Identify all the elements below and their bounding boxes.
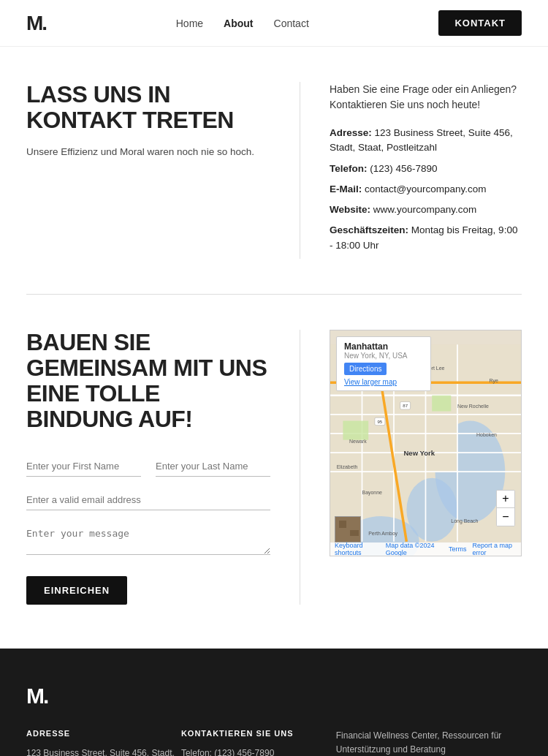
terms-link[interactable]: Terms: [449, 545, 467, 553]
website-item: Website: www.yourcompany.com: [330, 203, 522, 217]
map-zoom-controls: + −: [496, 490, 515, 526]
footer-contact-col: KONTAKTIEREN SIE UNS Telefon: (123) 456-…: [181, 729, 336, 757]
address-label: Adresse:: [330, 127, 372, 138]
map-bottom-bar: Keyboard shortcuts Map data ©2024 Google…: [330, 543, 521, 556]
main-content: LASS UNS IN KONTAKT TRETEN Unsere Effizi…: [0, 47, 548, 649]
form-map-section: BAUEN SIE GEMEINSAM MIT UNS EINE TOLLE B…: [26, 295, 522, 649]
hours-label: Geschäftszeiten:: [330, 224, 408, 235]
map-place-name: Manhattan: [344, 341, 423, 352]
last-name-field: [156, 456, 270, 477]
footer: M. ADRESSE 123 Business Street, Suite 45…: [0, 649, 548, 757]
hours-item: Geschäftszeiten: Montag bis Freitag, 9:0…: [330, 223, 522, 253]
logo[interactable]: M.: [26, 13, 46, 34]
name-row: [26, 456, 270, 477]
submit-button[interactable]: EINREICHEN: [26, 576, 127, 605]
contact-info-section: LASS UNS IN KONTAKT TRETEN Unsere Effizi…: [26, 47, 522, 295]
contact-info-list: Adresse: 123 Business Street, Suite 456,…: [330, 126, 522, 253]
navbar: M. Home About Contact KONTAKT: [0, 0, 548, 47]
footer-address-text: 123 Business Street, Suite 456, Stadt, S…: [26, 746, 181, 757]
svg-text:New York: New York: [403, 449, 435, 457]
contact-heading-area: LASS UNS IN KONTAKT TRETEN Unsere Effizi…: [26, 82, 300, 259]
email-field-wrapper: [26, 490, 270, 510]
svg-text:Long Beach: Long Beach: [451, 518, 478, 524]
footer-contact-heading: KONTAKTIEREN SIE UNS: [181, 729, 336, 738]
first-name-field: [26, 456, 141, 477]
website-value: www.yourcompany.com: [373, 204, 477, 215]
footer-promo-col: Financial Wellness Center, Ressourcen fü…: [336, 729, 522, 757]
svg-text:Newark: Newark: [349, 439, 367, 444]
nav-home[interactable]: Home: [176, 18, 203, 29]
svg-rect-35: [350, 530, 359, 536]
footer-logo: M.: [26, 684, 522, 708]
map-popup: Manhattan New York, NY, USA Directions V…: [336, 336, 431, 391]
website-label: Website:: [330, 204, 370, 215]
kontakt-button[interactable]: KONTAKT: [438, 10, 522, 36]
svg-text:95: 95: [377, 419, 382, 424]
contact-details-area: Haben Sie eine Frage oder ein Anliegen? …: [300, 82, 522, 259]
svg-rect-17: [432, 396, 451, 412]
address-item: Adresse: 123 Business Street, Suite 456,…: [330, 126, 522, 156]
contact-main-heading: LASS UNS IN KONTAKT TRETEN: [26, 82, 270, 133]
svg-text:Rye: Rye: [490, 378, 498, 384]
nav-links: Home About Contact: [176, 18, 309, 29]
nav-contact[interactable]: Contact: [274, 18, 309, 29]
first-name-input[interactable]: [26, 456, 141, 477]
last-name-input[interactable]: [156, 456, 270, 477]
message-textarea[interactable]: [26, 523, 270, 555]
footer-promo-text: Financial Wellness Center, Ressourcen fü…: [336, 729, 522, 757]
map-place-sub: New York, NY, USA: [344, 352, 423, 360]
svg-text:Elizabeth: Elizabeth: [337, 464, 358, 469]
contact-subtext: Unsere Effizienz und Moral waren noch ni…: [26, 145, 270, 159]
nav-about[interactable]: About: [224, 18, 253, 29]
svg-text:New Rochelle: New Rochelle: [457, 404, 489, 409]
map-container[interactable]: New York Newark New Rochelle Rye Elizabe…: [330, 330, 522, 556]
map-area: New York Newark New Rochelle Rye Elizabe…: [300, 330, 522, 605]
view-larger-map-link[interactable]: View larger map: [344, 378, 423, 386]
email-value: contact@yourcompany.com: [365, 184, 487, 194]
phone-item: Telefon: (123) 456-7890: [330, 162, 522, 176]
svg-text:Perth Amboy: Perth Amboy: [368, 531, 397, 537]
footer-address-heading: ADRESSE: [26, 729, 181, 738]
zoom-in-button[interactable]: +: [497, 491, 514, 508]
svg-text:Hoboken: Hoboken: [476, 432, 497, 437]
phone-value: (123) 456-7890: [370, 163, 437, 174]
svg-text:Bayonne: Bayonne: [362, 489, 383, 495]
keyboard-shortcuts-link[interactable]: Keyboard shortcuts: [335, 542, 380, 556]
email-label: E-Mail:: [330, 184, 362, 194]
svg-text:87: 87: [403, 403, 408, 408]
svg-rect-16: [343, 420, 368, 439]
message-field-wrapper: [26, 523, 270, 557]
footer-address-col: ADRESSE 123 Business Street, Suite 456, …: [26, 729, 181, 757]
map-data-text: Map data ©2024 Google: [386, 542, 443, 556]
zoom-out-button[interactable]: −: [497, 508, 514, 526]
form-area: BAUEN SIE GEMEINSAM MIT UNS EINE TOLLE B…: [26, 330, 300, 605]
footer-phone-text: Telefon: (123) 456-7890: [181, 746, 336, 757]
footer-columns: ADRESSE 123 Business Street, Suite 456, …: [26, 729, 522, 757]
map-thumbnail: [335, 516, 361, 543]
email-input[interactable]: [26, 490, 270, 510]
phone-label: Telefon:: [330, 163, 368, 174]
report-link[interactable]: Report a map error: [472, 542, 517, 556]
contact-intro-text: Haben Sie eine Frage oder ein Anliegen? …: [330, 82, 522, 113]
email-item: E-Mail: contact@yourcompany.com: [330, 182, 522, 197]
directions-button[interactable]: Directions: [344, 363, 387, 375]
form-heading: BAUEN SIE GEMEINSAM MIT UNS EINE TOLLE B…: [26, 330, 270, 433]
svg-rect-34: [339, 521, 346, 528]
